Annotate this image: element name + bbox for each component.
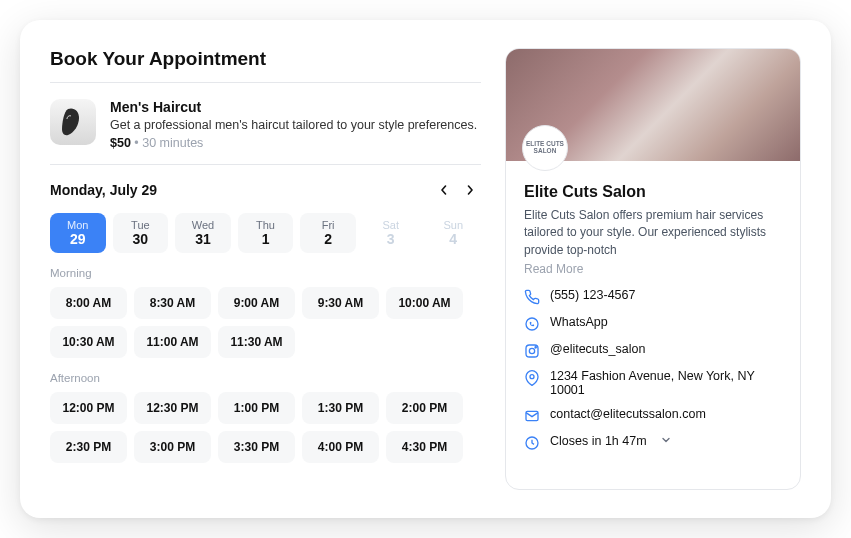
time-slot[interactable]: 11:00 AM	[134, 326, 211, 358]
day-num: 31	[175, 231, 231, 247]
svg-point-0	[526, 318, 538, 330]
booking-left: Book Your Appointment Men's Haircut Get …	[50, 48, 481, 490]
instagram-icon	[524, 343, 540, 359]
svg-point-2	[529, 349, 534, 354]
whatsapp-row[interactable]: WhatsApp	[524, 315, 782, 332]
selected-date-label: Monday, July 29	[50, 182, 157, 198]
email-text: contact@elitecutssalon.com	[550, 407, 706, 421]
day-num: 4	[425, 231, 481, 247]
service-info: Men's Haircut Get a professional men's h…	[110, 99, 477, 150]
date-header: Monday, July 29	[50, 179, 481, 201]
address-text: 1234 Fashion Avenue, New York, NY 10001	[550, 369, 782, 397]
page-title: Book Your Appointment	[50, 48, 481, 70]
day-num: 30	[113, 231, 169, 247]
next-week-button[interactable]	[459, 179, 481, 201]
service-image	[50, 99, 96, 145]
service-meta: $50 • 30 minutes	[110, 136, 477, 150]
clock-icon	[524, 435, 540, 451]
salon-card: ELITE CUTS SALON Elite Cuts Salon Elite …	[505, 48, 801, 490]
time-slot[interactable]: 9:00 AM	[218, 287, 295, 319]
day-option[interactable]: Tue30	[113, 213, 169, 253]
address-row: 1234 Fashion Avenue, New York, NY 10001	[524, 369, 782, 397]
salon-body: Elite Cuts Salon Elite Cuts Salon offers…	[506, 161, 800, 465]
time-slot[interactable]: 2:30 PM	[50, 431, 127, 463]
service-price: $50	[110, 136, 131, 150]
day-name: Tue	[113, 219, 169, 231]
day-num: 1	[238, 231, 294, 247]
time-slot[interactable]: 4:00 PM	[302, 431, 379, 463]
divider	[50, 164, 481, 165]
time-slot[interactable]: 1:30 PM	[302, 392, 379, 424]
whatsapp-icon	[524, 316, 540, 332]
day-name: Thu	[238, 219, 294, 231]
service-sep: •	[131, 136, 142, 150]
morning-slots: 8:00 AM8:30 AM9:00 AM9:30 AM10:00 AM10:3…	[50, 287, 481, 358]
chevron-down-icon	[661, 434, 671, 448]
date-nav	[433, 179, 481, 201]
afternoon-slots: 12:00 PM12:30 PM1:00 PM1:30 PM2:00 PM2:3…	[50, 392, 481, 463]
day-picker: Mon29Tue30Wed31Thu1Fri2Sat3Sun4	[50, 213, 481, 253]
day-option[interactable]: Fri2	[300, 213, 356, 253]
phone-icon	[524, 289, 540, 305]
day-name: Mon	[50, 219, 106, 231]
salon-logo: ELITE CUTS SALON	[522, 125, 568, 171]
phone-text: (555) 123-4567	[550, 288, 635, 302]
day-name: Fri	[300, 219, 356, 231]
email-icon	[524, 408, 540, 424]
day-option: Sun4	[425, 213, 481, 253]
salon-info-list: (555) 123-4567 WhatsApp @elitecuts_salon…	[524, 288, 782, 451]
time-slot[interactable]: 12:30 PM	[134, 392, 211, 424]
day-name: Wed	[175, 219, 231, 231]
service-block: Men's Haircut Get a professional men's h…	[50, 99, 481, 150]
whatsapp-text: WhatsApp	[550, 315, 608, 329]
email-row[interactable]: contact@elitecutssalon.com	[524, 407, 782, 424]
service-name: Men's Haircut	[110, 99, 477, 115]
hours-row[interactable]: Closes in 1h 47m	[524, 434, 782, 451]
afternoon-label: Afternoon	[50, 372, 481, 384]
time-slot[interactable]: 2:00 PM	[386, 392, 463, 424]
salon-name: Elite Cuts Salon	[524, 183, 782, 201]
time-slot[interactable]: 10:30 AM	[50, 326, 127, 358]
time-slot[interactable]: 8:00 AM	[50, 287, 127, 319]
time-slot[interactable]: 9:30 AM	[302, 287, 379, 319]
service-duration: 30 minutes	[142, 136, 203, 150]
location-icon	[524, 370, 540, 386]
morning-label: Morning	[50, 267, 481, 279]
time-slot[interactable]: 4:30 PM	[386, 431, 463, 463]
day-option[interactable]: Thu1	[238, 213, 294, 253]
salon-desc: Elite Cuts Salon offers premium hair ser…	[524, 207, 782, 259]
day-num: 29	[50, 231, 106, 247]
day-option: Sat3	[363, 213, 419, 253]
day-option[interactable]: Wed31	[175, 213, 231, 253]
day-option[interactable]: Mon29	[50, 213, 106, 253]
day-name: Sat	[363, 219, 419, 231]
service-desc: Get a professional men's haircut tailore…	[110, 118, 477, 132]
day-name: Sun	[425, 219, 481, 231]
time-slot[interactable]: 3:00 PM	[134, 431, 211, 463]
day-num: 2	[300, 231, 356, 247]
booking-card: Book Your Appointment Men's Haircut Get …	[20, 20, 831, 518]
time-slot[interactable]: 8:30 AM	[134, 287, 211, 319]
hours-text: Closes in 1h 47m	[550, 434, 647, 448]
svg-point-4	[530, 375, 534, 379]
time-slot[interactable]: 3:30 PM	[218, 431, 295, 463]
time-slot[interactable]: 10:00 AM	[386, 287, 463, 319]
instagram-row[interactable]: @elitecuts_salon	[524, 342, 782, 359]
prev-week-button[interactable]	[433, 179, 455, 201]
phone-row[interactable]: (555) 123-4567	[524, 288, 782, 305]
salon-banner: ELITE CUTS SALON	[506, 49, 800, 161]
read-more-button[interactable]: Read More	[524, 262, 583, 276]
time-slot[interactable]: 11:30 AM	[218, 326, 295, 358]
instagram-text: @elitecuts_salon	[550, 342, 645, 356]
time-slot[interactable]: 12:00 PM	[50, 392, 127, 424]
divider	[50, 82, 481, 83]
day-num: 3	[363, 231, 419, 247]
time-slot[interactable]: 1:00 PM	[218, 392, 295, 424]
svg-point-3	[535, 347, 536, 348]
